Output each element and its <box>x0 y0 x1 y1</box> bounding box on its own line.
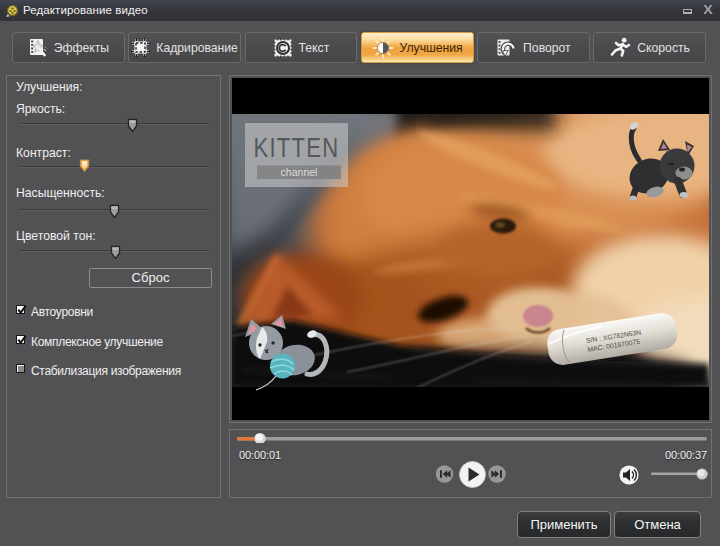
svg-text:channel: channel <box>281 166 318 178</box>
svg-text:KITTEN: KITTEN <box>253 133 339 163</box>
